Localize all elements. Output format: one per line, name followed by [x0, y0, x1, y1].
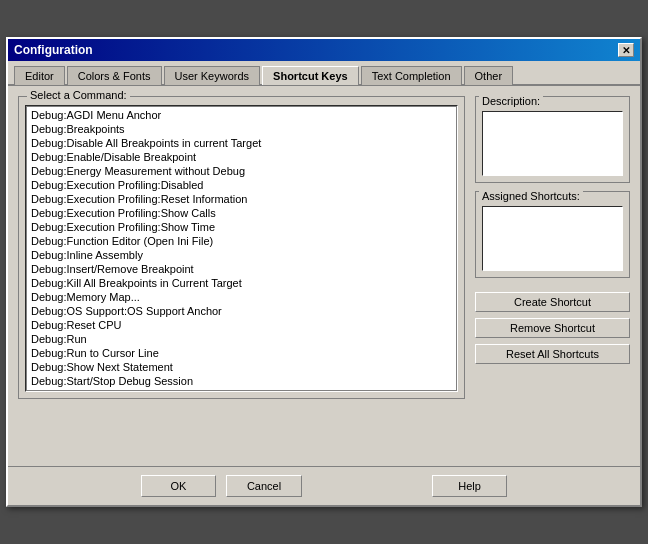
list-item[interactable]: Debug:Execution Profiling:Disabled: [28, 178, 455, 192]
close-button[interactable]: ✕: [618, 43, 634, 57]
list-item[interactable]: Debug:Function Editor (Open Ini File): [28, 234, 455, 248]
list-item[interactable]: Debug:Run: [28, 332, 455, 346]
tab-editor[interactable]: Editor: [14, 66, 65, 85]
description-field: [482, 111, 623, 176]
list-item[interactable]: Debug:Enable/Disable Breakpoint: [28, 150, 455, 164]
tab-text-completion[interactable]: Text Completion: [361, 66, 462, 85]
cancel-button[interactable]: Cancel: [226, 475, 302, 497]
tab-shortcut-keys[interactable]: Shortcut Keys: [262, 66, 359, 85]
list-item[interactable]: Debug:Inline Assembly: [28, 248, 455, 262]
create-shortcut-button[interactable]: Create Shortcut: [475, 292, 630, 312]
command-group-label: Select a Command:: [27, 89, 130, 101]
content-area: Select a Command: Debug:AGDI Menu Anchor…: [8, 86, 640, 466]
assigned-label: Assigned Shortcuts:: [479, 190, 583, 202]
description-label: Description:: [479, 95, 543, 107]
list-item[interactable]: Debug:Step: [28, 388, 455, 391]
dialog-title: Configuration: [14, 43, 93, 57]
list-item[interactable]: Debug:Start/Stop Debug Session: [28, 374, 455, 388]
description-section: Description:: [475, 96, 630, 183]
reset-all-shortcuts-button[interactable]: Reset All Shortcuts: [475, 344, 630, 364]
ok-button[interactable]: OK: [141, 475, 216, 497]
shortcut-buttons: Create Shortcut Remove Shortcut Reset Al…: [475, 292, 630, 364]
configuration-dialog: Configuration ✕ Editor Colors & Fonts Us…: [6, 37, 642, 507]
list-item[interactable]: Debug:Insert/Remove Breakpoint: [28, 262, 455, 276]
right-section: Description: Assigned Shortcuts: Create …: [475, 96, 630, 456]
remove-shortcut-button[interactable]: Remove Shortcut: [475, 318, 630, 338]
tab-colors-fonts[interactable]: Colors & Fonts: [67, 66, 162, 85]
list-item[interactable]: Debug:Kill All Breakpoints in Current Ta…: [28, 276, 455, 290]
list-item[interactable]: Debug:Breakpoints: [28, 122, 455, 136]
list-item[interactable]: Debug:AGDI Menu Anchor: [28, 108, 455, 122]
list-item[interactable]: Debug:Energy Measurement without Debug: [28, 164, 455, 178]
list-item[interactable]: Debug:Run to Cursor Line: [28, 346, 455, 360]
tab-other[interactable]: Other: [464, 66, 514, 85]
title-bar: Configuration ✕: [8, 39, 640, 61]
assigned-field: [482, 206, 623, 271]
list-item[interactable]: Debug:Execution Profiling:Show Calls: [28, 206, 455, 220]
bottom-bar: OK Cancel Help: [8, 466, 640, 505]
list-item[interactable]: Debug:Disable All Breakpoints in current…: [28, 136, 455, 150]
command-listbox[interactable]: Debug:AGDI Menu AnchorDebug:BreakpointsD…: [26, 106, 457, 391]
left-panel: Select a Command: Debug:AGDI Menu Anchor…: [18, 96, 465, 456]
list-item[interactable]: Debug:OS Support:OS Support Anchor: [28, 304, 455, 318]
list-item[interactable]: Debug:Execution Profiling:Show Time: [28, 220, 455, 234]
list-item[interactable]: Debug:Show Next Statement: [28, 360, 455, 374]
help-button[interactable]: Help: [432, 475, 507, 497]
list-item[interactable]: Debug:Memory Map...: [28, 290, 455, 304]
tab-user-keywords[interactable]: User Keywords: [164, 66, 261, 85]
command-group: Select a Command: Debug:AGDI Menu Anchor…: [18, 96, 465, 399]
assigned-section: Assigned Shortcuts:: [475, 191, 630, 278]
tabs-bar: Editor Colors & Fonts User Keywords Shor…: [8, 61, 640, 86]
list-item[interactable]: Debug:Reset CPU: [28, 318, 455, 332]
list-item[interactable]: Debug:Execution Profiling:Reset Informat…: [28, 192, 455, 206]
